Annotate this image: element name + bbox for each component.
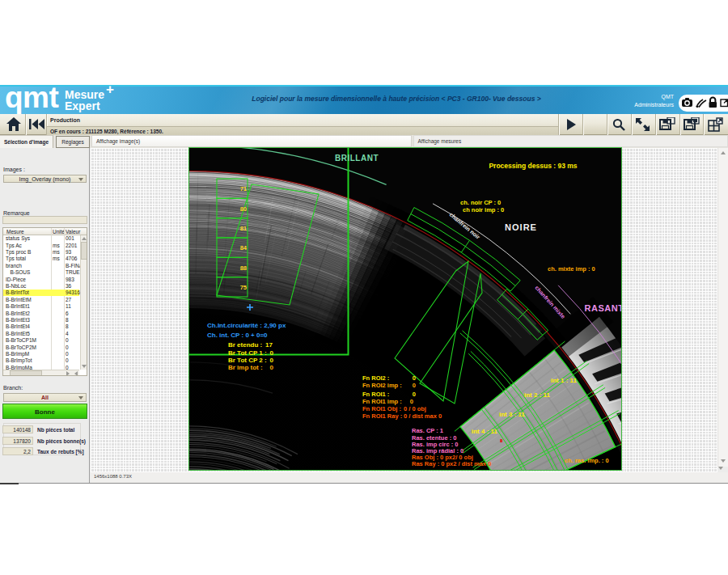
svg-text:Processing dessus : 93 ms: Processing dessus : 93 ms xyxy=(489,162,577,170)
svg-text:Br imp tot :: Br imp tot : xyxy=(228,364,263,371)
svg-text:Br Tot CP 1 :: Br Tot CP 1 : xyxy=(228,349,267,357)
svg-text:int 1 : 11: int 1 : 11 xyxy=(551,377,578,384)
svg-text:BRILLANT: BRILLANT xyxy=(335,154,379,163)
svg-text:0: 0 xyxy=(270,349,274,357)
svg-text:Fn ROI1 imp :: Fn ROI1 imp : xyxy=(362,398,402,405)
svg-text:75: 75 xyxy=(240,284,247,291)
svg-text:80: 80 xyxy=(240,205,247,213)
svg-text:int 3 : 11: int 3 : 11 xyxy=(499,411,526,418)
svg-text:Br Tot CP 2 :: Br Tot CP 2 : xyxy=(228,357,267,364)
svg-text:17: 17 xyxy=(265,341,273,349)
svg-text:RASANT: RASANT xyxy=(585,303,622,313)
svg-text:Fn ROI2 imp :: Fn ROI2 imp : xyxy=(362,382,402,389)
svg-text:0: 0 xyxy=(413,391,416,398)
svg-text:Fn ROI1 Ray :: Fn ROI1 Ray : xyxy=(362,412,402,420)
svg-text:Ch. int. CP : 0 + 0=0: Ch. int. CP : 0 + 0=0 xyxy=(207,332,268,339)
svg-text:88: 88 xyxy=(240,264,247,272)
svg-text:NOIRE: NOIRE xyxy=(505,222,537,232)
svg-text:0: 0 xyxy=(413,382,416,389)
svg-text:Fn ROI2 :: Fn ROI2 : xyxy=(362,374,389,382)
svg-text:Ras. CP : 1: Ras. CP : 1 xyxy=(412,427,443,434)
svg-text:0: 0 xyxy=(270,364,274,371)
svg-text:0 / dist max 0: 0 / dist max 0 xyxy=(404,412,442,420)
svg-text:int 2 : 11: int 2 : 11 xyxy=(524,391,551,399)
svg-text:ch. noir CP : 0: ch. noir CP : 0 xyxy=(460,199,501,206)
svg-text:Ras Ray : 0 px2 / dist max 0: Ras Ray : 0 px2 / dist max 0 xyxy=(412,460,491,467)
svg-text:Fn ROI1 :: Fn ROI1 : xyxy=(362,391,389,398)
svg-text:Fn ROI1 Obj :: Fn ROI1 Obj : xyxy=(362,405,401,412)
svg-text:Br etendu :: Br etendu : xyxy=(228,341,262,349)
svg-text:int 4 : 11: int 4 : 11 xyxy=(472,428,498,435)
svg-text:ch noir imp : 0: ch noir imp : 0 xyxy=(463,206,504,214)
svg-text:ch. ras. imp. : 0: ch. ras. imp. : 0 xyxy=(565,457,609,464)
svg-text:ch. mixte imp : 0: ch. mixte imp : 0 xyxy=(548,265,595,273)
svg-text:71: 71 xyxy=(240,185,247,192)
svg-text:0: 0 xyxy=(270,357,274,364)
svg-text:0 / 0 obj: 0 / 0 obj xyxy=(404,405,426,412)
svg-text:Ch.Int.circularité : 2,90 p: Ch.Int.circularité : 2,90 px xyxy=(207,322,286,329)
svg-text:81: 81 xyxy=(240,225,247,232)
svg-text:0: 0 xyxy=(410,398,413,405)
svg-text:84: 84 xyxy=(240,244,248,252)
svg-text:0: 0 xyxy=(413,374,416,382)
